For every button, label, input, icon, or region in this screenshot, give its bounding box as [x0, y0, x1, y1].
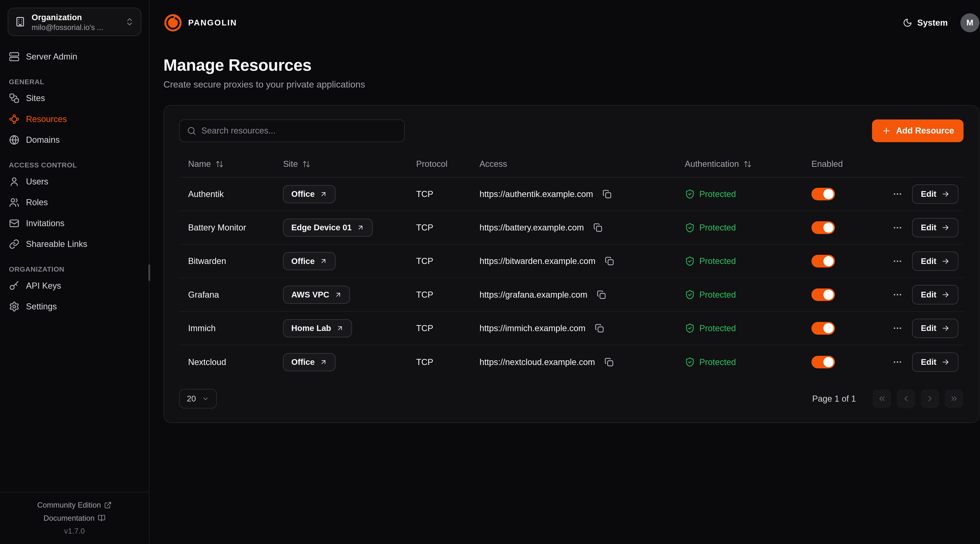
last-page-button[interactable]: [945, 389, 964, 408]
documentation-link[interactable]: Documentation: [43, 514, 105, 522]
enabled-toggle[interactable]: [811, 322, 835, 335]
edit-button[interactable]: Edit: [912, 251, 958, 271]
copy-url-button[interactable]: [591, 320, 608, 336]
protocol: TCP: [407, 256, 471, 266]
sidebar-scrollbar-thumb[interactable]: [148, 265, 150, 281]
sidebar-item-sites[interactable]: Sites: [0, 88, 149, 109]
row-menu-button[interactable]: [889, 354, 906, 370]
ellipsis-icon: [892, 256, 902, 266]
access-url: https://battery.example.com: [479, 223, 584, 232]
shield-check-icon: [685, 189, 695, 199]
search-box: [179, 119, 405, 142]
shield-check-icon: [685, 357, 695, 367]
enabled-toggle[interactable]: [811, 289, 835, 301]
sites-icon: [9, 93, 20, 103]
org-selector[interactable]: Organization milo@fossorial.io's ...: [8, 8, 141, 36]
copy-icon: [602, 189, 612, 199]
copy-url-button[interactable]: [601, 354, 617, 370]
row-menu-button[interactable]: [889, 253, 906, 270]
sidebar-item-domains[interactable]: Domains: [0, 129, 149, 151]
authentication-status: Protected: [699, 357, 736, 367]
add-resource-button[interactable]: Add Resource: [872, 119, 964, 142]
copy-url-button[interactable]: [599, 186, 615, 202]
site-link-button[interactable]: Office: [283, 185, 336, 203]
card-toolbar: Add Resource: [179, 119, 964, 142]
sidebar-item-settings[interactable]: Settings: [0, 296, 149, 317]
column-header-site[interactable]: Site: [274, 159, 407, 169]
sidebar-item-roles[interactable]: Roles: [0, 192, 149, 213]
column-header-authentication[interactable]: Authentication: [676, 159, 802, 169]
arrow-up-right-icon: [336, 325, 344, 332]
sort-icon: [743, 160, 752, 168]
edit-button[interactable]: Edit: [912, 319, 958, 338]
column-header-protocol[interactable]: Protocol: [407, 159, 471, 169]
row-menu-button[interactable]: [889, 219, 906, 236]
arrow-up-right-icon: [320, 257, 327, 265]
authentication-cell: Protected: [676, 256, 802, 266]
column-header-enabled[interactable]: Enabled: [803, 159, 877, 169]
enabled-toggle[interactable]: [811, 255, 835, 268]
enabled-toggle[interactable]: [811, 188, 835, 200]
next-page-button[interactable]: [921, 389, 940, 408]
resources-card: Add Resource Name Site Protocol Access A…: [164, 105, 979, 423]
site-link-button[interactable]: Home Lab: [283, 319, 352, 338]
access-url: https://immich.example.com: [479, 324, 585, 333]
enabled-cell: [803, 221, 877, 234]
site-link-button[interactable]: Office: [283, 353, 336, 371]
copy-url-button[interactable]: [601, 253, 617, 270]
edit-button[interactable]: Edit: [912, 285, 958, 304]
arrow-up-right-icon: [320, 190, 327, 198]
table-footer: 20 Page 1 of 1: [179, 389, 964, 408]
row-menu-button[interactable]: [889, 186, 906, 202]
plus-icon: [881, 126, 891, 135]
pager: Page 1 of 1: [812, 389, 964, 408]
search-input[interactable]: [201, 126, 397, 135]
page-size-select[interactable]: 20: [179, 389, 217, 408]
sidebar-item-server-admin[interactable]: Server Admin: [0, 46, 149, 67]
first-page-button[interactable]: [872, 389, 891, 408]
sidebar-item-users[interactable]: Users: [0, 171, 149, 192]
row-menu-button[interactable]: [889, 287, 906, 303]
edit-button[interactable]: Edit: [912, 218, 958, 237]
sidebar-footer: Community Edition Documentation v1.7.0: [0, 492, 149, 544]
enabled-cell: [803, 322, 877, 335]
sidebar-item-invitations[interactable]: Invitations: [0, 213, 149, 234]
column-header-access[interactable]: Access: [471, 159, 676, 169]
prev-page-button[interactable]: [897, 389, 915, 408]
column-header-name[interactable]: Name: [179, 159, 274, 169]
avatar[interactable]: M: [960, 13, 979, 32]
copy-url-button[interactable]: [593, 287, 609, 303]
enabled-toggle[interactable]: [811, 221, 835, 234]
row-menu-button[interactable]: [889, 320, 906, 336]
add-resource-label: Add Resource: [896, 126, 954, 135]
resource-name: Grafana: [179, 290, 274, 300]
sidebar-item-resources[interactable]: Resources: [0, 109, 149, 130]
theme-label: System: [917, 18, 948, 28]
sidebar-item-api-keys[interactable]: API Keys: [0, 275, 149, 296]
authentication-cell: Protected: [676, 223, 802, 233]
site-cell: Office: [274, 185, 407, 203]
copy-icon: [595, 324, 604, 333]
authentication-cell: Protected: [676, 290, 802, 300]
site-link-button[interactable]: Edge Device 01: [283, 219, 372, 237]
sidebar-item-shareable-links[interactable]: Shareable Links: [0, 234, 149, 255]
enabled-toggle[interactable]: [811, 356, 835, 368]
copy-url-button[interactable]: [590, 219, 606, 236]
enabled-cell: [803, 188, 877, 200]
arrow-right-icon: [942, 290, 950, 299]
community-edition-label: Community Edition: [37, 501, 101, 509]
chevrons-right-icon: [950, 394, 958, 403]
access-cell: https://battery.example.com: [471, 219, 676, 236]
edit-button[interactable]: Edit: [912, 352, 958, 372]
sort-icon: [215, 160, 224, 168]
community-edition-link[interactable]: Community Edition: [37, 501, 112, 509]
site-cell: AWS VPC: [274, 286, 407, 304]
protocol: TCP: [407, 357, 471, 367]
edit-button[interactable]: Edit: [912, 184, 958, 204]
table-body: Authentik Office TCP https://authentik.e…: [179, 178, 964, 379]
site-link-button[interactable]: Office: [283, 252, 336, 270]
resource-name: Immich: [179, 324, 274, 333]
theme-toggle[interactable]: System: [903, 18, 948, 28]
site-link-button[interactable]: AWS VPC: [283, 286, 350, 304]
site-cell: Office: [274, 353, 407, 371]
